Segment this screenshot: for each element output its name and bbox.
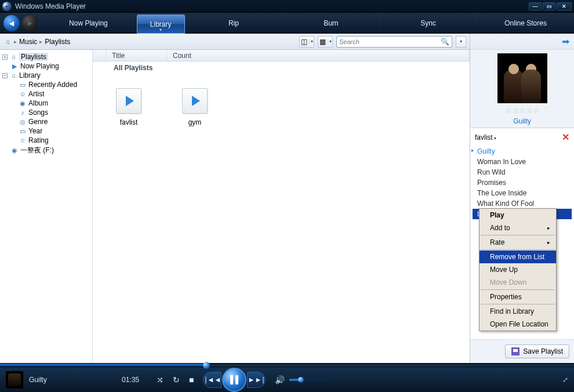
track-item[interactable]: Woman In Love bbox=[473, 157, 572, 167]
maximize-button[interactable]: ▭ bbox=[543, 2, 555, 10]
playlist-label: gym bbox=[188, 118, 202, 126]
grid-icon: ▦ bbox=[319, 38, 326, 46]
mute-button[interactable]: 🔊 bbox=[275, 375, 285, 384]
previous-button[interactable]: ∣◄◄ bbox=[203, 372, 221, 388]
tree-now-playing[interactable]: ▶Now Playing bbox=[9, 61, 91, 71]
close-button[interactable]: ✕ bbox=[557, 2, 572, 10]
track-item[interactable]: What Kind Of Fool bbox=[473, 198, 572, 209]
ctx-move-up[interactable]: Move Up bbox=[479, 263, 556, 276]
nav-forward-button: ► bbox=[22, 15, 38, 31]
tree-rating[interactable]: ☆Rating bbox=[17, 136, 91, 145]
list-area: Title Count All Playlists favlist gym bbox=[93, 50, 470, 363]
tab-burn[interactable]: Burn bbox=[282, 13, 379, 33]
tree-artist[interactable]: ☺Artist bbox=[17, 89, 91, 99]
window-title: Windows Media Player bbox=[15, 2, 86, 10]
ctx-play[interactable]: Play bbox=[479, 209, 556, 222]
tree-recently-added[interactable]: ▭Recently Added bbox=[17, 80, 91, 89]
collapse-icon[interactable]: − bbox=[2, 73, 8, 78]
crumb-music[interactable]: Music bbox=[19, 38, 37, 46]
repeat-button[interactable]: ↻ bbox=[173, 375, 180, 384]
player-bar: Guilty 01:35 ⤭ ↻ ■ ∣◄◄ ►►∣ 🔊 ⤢ bbox=[0, 366, 574, 392]
search-input[interactable] bbox=[339, 38, 441, 45]
calendar-icon: ▭ bbox=[19, 81, 27, 89]
track-item[interactable]: The Love Inside bbox=[473, 188, 572, 198]
column-headers: Title Count bbox=[93, 50, 470, 61]
tree-genre[interactable]: ◎Genre bbox=[17, 117, 91, 126]
ctx-add-to[interactable]: Add to bbox=[479, 222, 556, 234]
volume-thumb[interactable] bbox=[298, 377, 304, 383]
ctx-find-in-library[interactable]: Find in Library bbox=[479, 305, 556, 318]
track-item[interactable]: Promises bbox=[473, 177, 572, 188]
next-button[interactable]: ►►∣ bbox=[247, 372, 266, 388]
disc-icon: ◉ bbox=[10, 147, 19, 154]
ctx-remove-from-list[interactable]: Remove from List bbox=[479, 251, 556, 263]
artist-icon: ☺ bbox=[19, 90, 27, 97]
layout-icon: ◫ bbox=[301, 38, 307, 46]
rating-stars[interactable]: ☆☆☆☆☆ bbox=[505, 106, 540, 115]
breadcrumb[interactable]: ♫ ▸ Music ▸ Playlists bbox=[3, 38, 70, 46]
view-options-button[interactable]: ▦▾ bbox=[318, 36, 333, 48]
layout-view-button[interactable]: ◫▾ bbox=[299, 36, 314, 48]
player-album-art[interactable] bbox=[6, 371, 23, 389]
playlist-icon bbox=[182, 88, 208, 114]
fullscreen-button[interactable]: ⤢ bbox=[562, 376, 568, 384]
tree-year[interactable]: ▭Year bbox=[17, 126, 91, 136]
breadcrumb-toolbar: ♫ ▸ Music ▸ Playlists ◫▾ ▦▾ 🔍 ▾ bbox=[0, 34, 470, 50]
search-box[interactable]: 🔍 bbox=[336, 36, 452, 48]
tree-songs[interactable]: ♪Songs bbox=[17, 108, 91, 117]
search-dropdown[interactable]: ▾ bbox=[456, 36, 466, 48]
tree-library[interactable]: −♫Library bbox=[1, 71, 91, 80]
titlebar: Windows Media Player — ▭ ✕ bbox=[0, 0, 574, 13]
save-icon bbox=[511, 347, 519, 355]
now-playing-pane: ➡ ☆☆☆☆☆ Guilty favlist ✕ Guilty Woman In… bbox=[470, 34, 574, 363]
playlist-label: favlist bbox=[120, 118, 138, 126]
year-icon: ▭ bbox=[19, 128, 27, 135]
expand-icon[interactable]: + bbox=[2, 55, 8, 60]
main-nav: ◄ ► Now Playing Library Rip Burn Sync On… bbox=[0, 13, 574, 34]
search-icon[interactable]: 🔍 bbox=[441, 38, 449, 46]
playlist-item-favlist[interactable]: favlist bbox=[116, 88, 141, 126]
nav-back-button[interactable]: ◄ bbox=[3, 15, 20, 31]
tab-sync[interactable]: Sync bbox=[379, 13, 477, 33]
save-playlist-button[interactable]: Save Playlist bbox=[505, 344, 569, 358]
crumb-playlists[interactable]: Playlists bbox=[45, 38, 70, 46]
ctx-rate[interactable]: Rate bbox=[479, 236, 556, 249]
clear-list-button[interactable]: ✕ bbox=[562, 132, 569, 143]
genre-icon: ◎ bbox=[19, 118, 27, 126]
album-title[interactable]: Guilty bbox=[513, 117, 531, 125]
note-icon: ♪ bbox=[19, 109, 27, 116]
tree-album[interactable]: ◉Album bbox=[17, 99, 91, 108]
wmp-logo-icon bbox=[2, 2, 12, 11]
tab-rip[interactable]: Rip bbox=[185, 13, 282, 33]
ctx-open-file-location[interactable]: Open File Location bbox=[479, 318, 556, 331]
group-header: All Playlists bbox=[93, 61, 470, 74]
minimize-button[interactable]: — bbox=[529, 2, 542, 10]
play-pause-button[interactable] bbox=[222, 368, 246, 392]
expand-arrow-icon[interactable]: ➡ bbox=[562, 36, 569, 47]
seek-thumb[interactable] bbox=[203, 362, 210, 369]
stop-button[interactable]: ■ bbox=[189, 375, 194, 384]
tab-library[interactable]: Library bbox=[137, 14, 185, 34]
tree-playlists-root[interactable]: +♫ Playlists bbox=[1, 52, 91, 61]
music-icon: ♫ bbox=[3, 38, 12, 45]
playlist-item-gym[interactable]: gym bbox=[182, 88, 208, 126]
shuffle-button[interactable]: ⤭ bbox=[157, 375, 164, 384]
tree-drive[interactable]: ◉一整夜 (F:) bbox=[9, 145, 91, 156]
tab-now-playing[interactable]: Now Playing bbox=[39, 13, 137, 33]
seek-bar[interactable] bbox=[0, 363, 574, 366]
album-art[interactable] bbox=[497, 53, 547, 103]
music-icon: ♫ bbox=[9, 72, 17, 79]
tree-playlists-label: Playlists bbox=[19, 53, 48, 61]
music-icon: ♫ bbox=[9, 53, 17, 60]
player-track-title: Guilty bbox=[29, 376, 122, 384]
col-count[interactable]: Count bbox=[167, 50, 470, 61]
track-item[interactable]: Guilty bbox=[473, 146, 572, 157]
playlist-icon bbox=[116, 88, 141, 114]
track-item[interactable]: Run Wild bbox=[473, 167, 572, 177]
volume-slider[interactable] bbox=[289, 379, 330, 381]
ctx-move-down: Move Down bbox=[479, 276, 556, 289]
ctx-properties[interactable]: Properties bbox=[479, 291, 556, 303]
tab-online-stores[interactable]: Online Stores bbox=[477, 13, 574, 33]
playlist-selector[interactable]: favlist bbox=[475, 133, 496, 141]
col-title[interactable]: Title bbox=[106, 50, 167, 61]
